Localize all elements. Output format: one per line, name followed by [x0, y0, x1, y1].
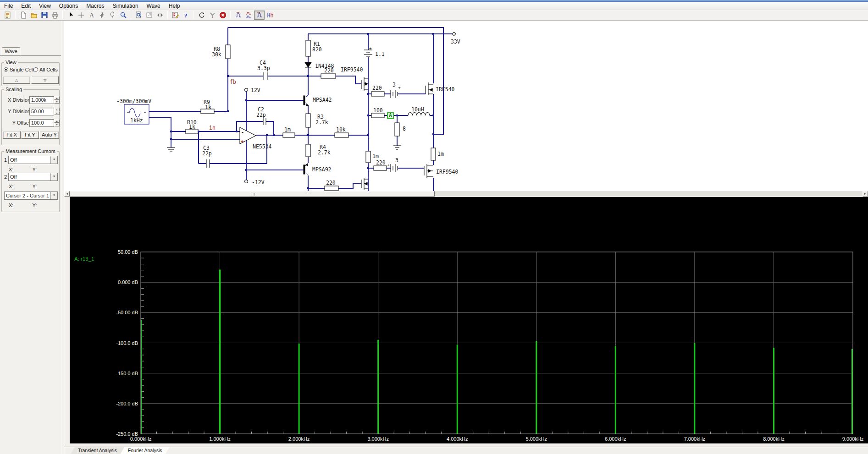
- schematic-label: MPSA42: [313, 97, 332, 103]
- fit-y-button[interactable]: Fit Y: [21, 131, 39, 139]
- reset-simulation-button[interactable]: [196, 11, 207, 20]
- up-triangle-icon: △: [15, 78, 18, 82]
- spin-down-icon[interactable]: ▼: [54, 111, 60, 115]
- probe-tool-button[interactable]: [107, 11, 118, 20]
- schematic-label: -300m/300mV: [116, 98, 151, 104]
- select-arrow-button[interactable]: [65, 11, 76, 20]
- schematic-label: 22p: [256, 112, 266, 118]
- y-tick-label: 0.000 dB: [118, 279, 138, 285]
- cursor1-select[interactable]: Off ▼: [8, 156, 58, 164]
- open-file-button[interactable]: [28, 11, 39, 20]
- trace-label: A: r13_1: [74, 256, 94, 262]
- menu-view[interactable]: View: [35, 2, 55, 10]
- tab-transient-analysis[interactable]: Transient Analysis: [71, 447, 124, 454]
- cursor1-index: 1: [4, 157, 7, 163]
- fourier-plot-panel[interactable]: 50.00 dB0.000 dB-50.00 dB-100.0 dB-150.0…: [70, 197, 868, 443]
- cursor2-xy: X: Y:: [9, 184, 37, 189]
- toolbar-separator: [131, 11, 131, 19]
- x-division-input[interactable]: 1.000k: [29, 96, 54, 104]
- scrollbar-grip: [252, 193, 255, 196]
- fit-x-button[interactable]: Fit X: [3, 131, 21, 139]
- schematic-label: 1k: [189, 124, 195, 130]
- y-tick-label: 50.00 dB: [118, 249, 138, 255]
- stop-simulation-icon: [219, 11, 227, 19]
- waveform-mixed-button[interactable]: [265, 11, 275, 20]
- zoom-area-button[interactable]: [133, 11, 144, 20]
- x-tick-label: 8.000kHz: [763, 436, 784, 442]
- menu-file[interactable]: File: [0, 2, 17, 10]
- new-file-button[interactable]: [18, 11, 28, 20]
- cell-up-button[interactable]: △: [3, 76, 30, 84]
- y-tick-label: -200.0 dB: [116, 401, 138, 406]
- x-division-row: X Division 1.000k ▲ ▼: [2, 96, 60, 104]
- auto-y-button[interactable]: Auto Y: [39, 131, 59, 139]
- run-tools-button[interactable]: [207, 11, 217, 20]
- menu-wave[interactable]: Wave: [143, 2, 165, 10]
- schematic-label: 10uH: [411, 106, 424, 113]
- svg-text:?: ?: [184, 12, 188, 19]
- y-offset-row: Y Offset 100.0 ▲ ▼: [2, 119, 60, 126]
- schematic-label: 30k: [212, 51, 221, 58]
- y-offset-input[interactable]: 100.0: [29, 119, 54, 127]
- schematic-label: 3.3p: [257, 65, 270, 71]
- schematic-label: A: [389, 112, 392, 119]
- y-tick-label: -100.0 dB: [116, 340, 138, 346]
- tab-fourier-analysis[interactable]: Fourier Analysis: [121, 447, 170, 454]
- menu-help[interactable]: Help: [165, 2, 184, 10]
- cell-down-button[interactable]: ▽: [31, 76, 59, 84]
- cursor2-select[interactable]: Off ▼: [8, 173, 58, 181]
- waveform-pair-button[interactable]: [243, 11, 254, 20]
- scroll-left-icon[interactable]: ◄: [64, 191, 70, 197]
- radio-all-cells-icon[interactable]: [33, 67, 38, 72]
- cursor-diff-select[interactable]: Cursor 2 - Cursor 1 ▼: [4, 191, 58, 200]
- radio-single-cell[interactable]: Single Cell: [4, 67, 34, 72]
- spin-up-icon[interactable]: ▲: [54, 119, 60, 123]
- move-plus-button[interactable]: [76, 11, 86, 20]
- print-button[interactable]: [50, 11, 60, 20]
- simulation-settings-button[interactable]: [170, 11, 181, 20]
- radio-all-cells[interactable]: All Cells: [33, 67, 58, 72]
- stop-simulation-button[interactable]: [217, 11, 228, 20]
- wire-tool-button[interactable]: [97, 11, 107, 20]
- select-arrow-icon: [67, 11, 74, 19]
- dropdown-arrow-icon[interactable]: ▼: [50, 156, 57, 164]
- waveform-probe-button[interactable]: [233, 11, 243, 20]
- scroll-right-icon[interactable]: ►: [862, 191, 868, 197]
- schematic-hscrollbar[interactable]: ◄ ►: [64, 191, 868, 197]
- wave-editor-button[interactable]: [2, 11, 13, 20]
- toolbar-separator: [230, 11, 231, 19]
- split-view-icon: [156, 11, 164, 19]
- save-file-button[interactable]: [39, 11, 50, 20]
- wire-tool-icon: [99, 11, 106, 19]
- zoom-area-icon: [135, 11, 143, 19]
- tab-wave[interactable]: Wave: [2, 47, 20, 55]
- split-view-button[interactable]: [155, 11, 165, 20]
- y-offset-label: Y Offset: [0, 120, 30, 126]
- dropdown-arrow-icon[interactable]: ▼: [50, 173, 57, 181]
- spin-down-icon[interactable]: ▼: [54, 123, 60, 126]
- spin-down-icon[interactable]: ▼: [54, 100, 60, 104]
- scrollbar-thumb[interactable]: [70, 191, 435, 197]
- zoom-fit-button[interactable]: [144, 11, 155, 20]
- dropdown-arrow-icon[interactable]: ▼: [50, 192, 57, 199]
- menu-simulation[interactable]: Simulation: [109, 2, 143, 10]
- scaling-group-title: Scaling: [4, 87, 23, 92]
- text-tool-button[interactable]: A: [86, 11, 97, 20]
- y-division-input[interactable]: 50.00: [29, 108, 54, 115]
- y-readout-label: Y:: [32, 202, 37, 208]
- spin-up-icon[interactable]: ▲: [54, 96, 60, 100]
- waveform-active-button[interactable]: [254, 11, 265, 20]
- y-readout-label: Y:: [32, 184, 37, 189]
- help-button[interactable]: ?: [181, 11, 191, 20]
- toolbar-separator: [15, 11, 16, 19]
- menu-macros[interactable]: Macros: [82, 2, 108, 10]
- schematic-label: 1.1: [375, 51, 385, 57]
- radio-single-cell-icon[interactable]: [4, 67, 8, 72]
- sidebar-divider: [61, 21, 64, 454]
- wave-editor-icon: [4, 11, 11, 19]
- menu-edit[interactable]: Edit: [17, 2, 35, 10]
- schematic-canvas[interactable]: - + -300m/300mV1kHzR91kR101kinC322pR830k…: [64, 21, 868, 191]
- menu-options[interactable]: Options: [55, 2, 82, 10]
- spin-up-icon[interactable]: ▲: [54, 108, 60, 111]
- zoom-tool-button[interactable]: [118, 11, 128, 20]
